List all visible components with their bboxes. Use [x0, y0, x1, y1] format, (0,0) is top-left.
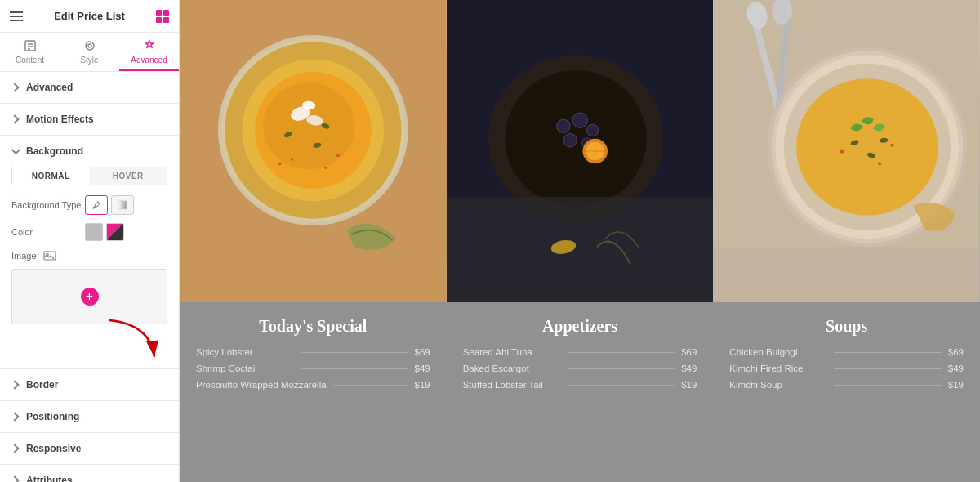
- list-item: Kimchi Soup $19: [729, 380, 964, 390]
- tab-content[interactable]: Content: [0, 33, 60, 71]
- apps-icon[interactable]: [156, 10, 169, 23]
- list-item: Chicken Bulgogi $69: [729, 347, 964, 357]
- normal-hover-toggle[interactable]: NORMAL HOVER: [11, 167, 167, 185]
- section-motion-effects-header[interactable]: Motion Effects: [0, 104, 179, 135]
- color-swatch-secondary[interactable]: [106, 223, 124, 241]
- section-responsive-header[interactable]: Responsive: [0, 433, 179, 464]
- card-image-1: [180, 0, 447, 302]
- item-name: Kimchi Soup: [729, 380, 827, 390]
- tab-advanced[interactable]: Advanced: [119, 33, 179, 71]
- price-card-soups: Soups Chicken Bulgogi $69 Kimchi Fired R…: [713, 0, 980, 482]
- item-name: Prosciutto Wrapped Mozzarella: [196, 380, 327, 390]
- item-dots: [834, 368, 941, 369]
- color-swatch-main[interactable]: [85, 223, 103, 241]
- svg-point-22: [278, 162, 281, 165]
- svg-point-5: [88, 44, 91, 47]
- section-positioning-header[interactable]: Positioning: [0, 401, 179, 432]
- card-image-2: [447, 0, 714, 302]
- item-price: $69: [414, 347, 430, 357]
- item-dots: [568, 352, 675, 353]
- svg-point-51: [840, 149, 844, 153]
- item-price: $19: [948, 380, 964, 390]
- section-responsive: Responsive: [0, 433, 179, 465]
- background-content: NORMAL HOVER Background Type: [0, 167, 179, 368]
- type-btn-brush[interactable]: [85, 195, 108, 215]
- tab-normal[interactable]: NORMAL: [12, 167, 90, 185]
- card-title-2: Appetizers: [463, 317, 697, 336]
- tab-hover[interactable]: HOVER: [90, 167, 167, 185]
- item-name: Chicken Bulgogi: [729, 347, 827, 357]
- svg-point-32: [564, 134, 577, 147]
- svg-point-14: [263, 83, 354, 169]
- main-content: Today's Special Spicy Lobster $69 Shrimp…: [180, 0, 980, 482]
- type-btn-gradient[interactable]: [111, 195, 134, 215]
- list-item: Spicy Lobster $69: [196, 347, 430, 357]
- svg-point-24: [336, 154, 340, 157]
- list-item: Seared Ahi Tuna $69: [463, 347, 697, 357]
- list-item: Kimchi Fired Rice $49: [729, 364, 964, 373]
- svg-point-4: [86, 42, 94, 50]
- svg-point-29: [556, 119, 569, 132]
- color-swatches: [85, 223, 124, 241]
- chevron-right-icon: [10, 83, 19, 91]
- image-label: Image: [11, 251, 37, 261]
- item-dots: [333, 385, 408, 386]
- section-background: Background NORMAL HOVER Background Type: [0, 136, 179, 369]
- background-type-row: Background Type: [11, 195, 167, 215]
- sidebar-title: Edit Price List: [54, 10, 125, 22]
- list-item: Prosciutto Wrapped Mozzarella $19: [196, 380, 430, 390]
- svg-point-47: [796, 78, 938, 215]
- section-attributes-header[interactable]: Attributes: [0, 465, 179, 482]
- card-body-3: Soups Chicken Bulgogi $69 Kimchi Fired R…: [713, 302, 980, 482]
- image-row: Image: [11, 249, 167, 262]
- item-dots: [568, 368, 675, 369]
- list-item: Baked Escargot $49: [463, 364, 697, 373]
- svg-rect-55: [713, 247, 980, 302]
- item-price: $49: [681, 364, 697, 373]
- chevron-right-icon: [10, 475, 19, 482]
- color-row: Color: [11, 223, 167, 241]
- item-price: $49: [414, 364, 430, 373]
- section-motion-effects: Motion Effects: [0, 104, 179, 136]
- section-advanced: Advanced: [0, 72, 179, 104]
- sidebar: Edit Price List Content Style: [0, 0, 180, 482]
- background-type-buttons: [85, 195, 134, 215]
- chevron-right-icon: [10, 412, 19, 421]
- image-icon: [43, 249, 56, 262]
- item-dots: [834, 385, 941, 386]
- item-name: Stuffed Lobster Tail: [463, 380, 561, 390]
- item-dots: [568, 385, 675, 386]
- item-price: $19: [414, 380, 430, 390]
- section-border-header[interactable]: Border: [0, 369, 179, 400]
- red-arrow-container: [11, 332, 167, 357]
- section-advanced-header[interactable]: Advanced: [0, 72, 179, 103]
- chevron-down-icon: [11, 145, 20, 154]
- list-item: Shrimp Coctail $49: [196, 364, 430, 373]
- svg-point-23: [291, 158, 293, 161]
- section-border: Border: [0, 369, 179, 401]
- tab-style[interactable]: Style: [60, 33, 119, 71]
- hamburger-icon[interactable]: [10, 11, 23, 21]
- upload-plus-icon: +: [81, 288, 99, 306]
- sidebar-header: Edit Price List: [0, 0, 179, 33]
- item-price: $49: [948, 364, 964, 373]
- red-arrow-icon: [101, 316, 167, 365]
- item-dots: [834, 352, 941, 353]
- svg-point-53: [878, 162, 881, 165]
- card-body-2: Appetizers Seared Ahi Tuna $69 Baked Esc…: [447, 302, 714, 482]
- svg-point-25: [324, 167, 327, 169]
- svg-point-31: [586, 124, 598, 136]
- item-price: $69: [948, 347, 964, 357]
- card-title-3: Soups: [729, 317, 964, 336]
- editor-tabs: Content Style Advanced: [0, 33, 179, 72]
- section-background-header[interactable]: Background: [0, 136, 179, 167]
- color-label: Color: [11, 227, 85, 237]
- chevron-right-icon: [10, 114, 19, 123]
- svg-point-30: [572, 113, 587, 127]
- card-title-1: Today's Special: [196, 317, 430, 336]
- list-item: Stuffed Lobster Tail $19: [463, 380, 697, 390]
- item-name: Spicy Lobster: [196, 347, 294, 357]
- svg-rect-6: [118, 201, 127, 209]
- item-price: $19: [681, 380, 697, 390]
- item-name: Seared Ahi Tuna: [463, 347, 561, 357]
